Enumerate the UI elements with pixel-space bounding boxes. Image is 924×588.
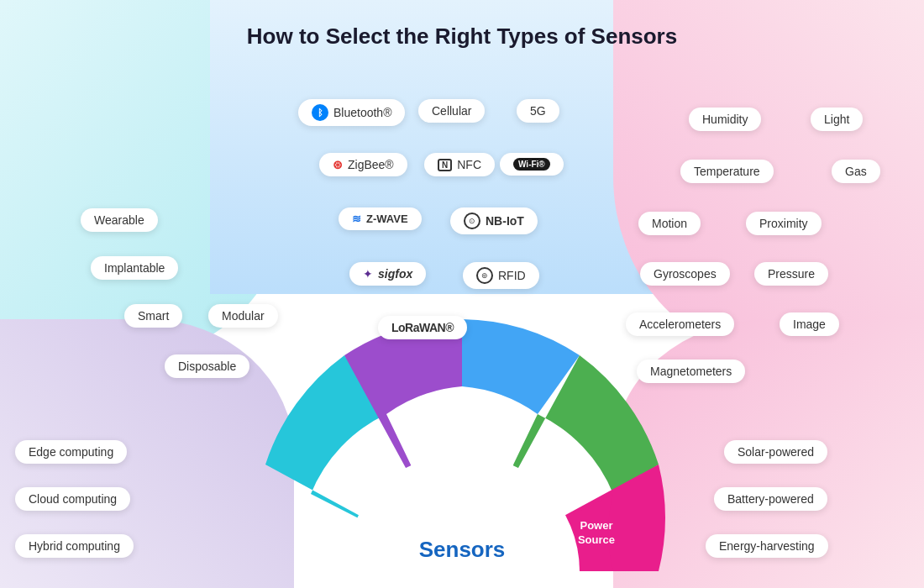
pill-cellular: Cellular	[418, 99, 485, 123]
pill-magnetometers: Magnetometers	[637, 360, 745, 383]
pill-battery: Battery-powered	[714, 487, 827, 511]
5g-label: 5G	[530, 104, 546, 118]
bluetooth-icon: ᛒ	[312, 104, 328, 121]
pill-disposable: Disposable	[165, 354, 249, 378]
solar-label: Solar-powered	[738, 445, 814, 459]
humidity-label: Humidity	[702, 113, 748, 126]
nbiot-icon: ⊙	[464, 213, 480, 229]
sensing-label: Sensing	[533, 469, 576, 481]
cellular-label: Cellular	[432, 104, 471, 118]
pill-light: Light	[811, 108, 863, 131]
wearable-label: Wearable	[94, 213, 144, 227]
power-label2: Source	[578, 533, 615, 546]
proximity-label: Proximity	[759, 217, 808, 230]
pill-image: Image	[780, 312, 839, 336]
pressure-label: Pressure	[768, 267, 815, 281]
pill-sigfox: ✦ sigfox	[349, 262, 426, 286]
sigfox-icon: ✦	[363, 267, 373, 281]
pill-temperature: Temperature	[680, 160, 774, 183]
pill-wifi: Wi-Fi®	[500, 153, 564, 176]
pill-implantable: Implantable	[91, 256, 178, 280]
image-label: Image	[793, 318, 826, 331]
pill-hybrid: Hybrid computing	[15, 534, 134, 558]
pill-zwave: ≋ Z-WAVE	[339, 207, 422, 230]
zwave-label: Z-WAVE	[366, 213, 408, 225]
lorawan-label: LoRaWAN®	[391, 321, 454, 334]
diagram-container: Wireless Technology Form Processing Tech…	[244, 302, 680, 588]
power-label: Power	[580, 519, 612, 532]
motion-label: Motion	[652, 217, 687, 230]
pill-proximity: Proximity	[746, 212, 822, 235]
pill-nfc: N NFC	[424, 153, 495, 176]
page-title: How to Select the Right Types of Sensors	[0, 24, 924, 50]
pill-bluetooth: ᛒ Bluetooth®	[298, 99, 405, 126]
pill-humidity: Humidity	[689, 108, 761, 131]
processing-label: Processing	[391, 469, 449, 481]
pill-accelerometers: Accelerometers	[626, 312, 734, 336]
pill-solar: Solar-powered	[724, 440, 827, 464]
rfid-icon: ⊚	[476, 267, 493, 284]
wireless-label: Wireless	[469, 456, 513, 469]
pill-modular: Modular	[208, 304, 278, 328]
implantable-label: Implantable	[104, 261, 165, 275]
processing-label2: Technology	[390, 483, 451, 496]
pill-rfid: ⊚ RFID	[463, 262, 539, 289]
wifi-icon: Wi-Fi®	[513, 158, 550, 171]
rfid-label: RFID	[498, 269, 526, 282]
edge-label: Edge computing	[29, 445, 113, 459]
light-label: Light	[824, 113, 849, 126]
gas-label: Gas	[845, 165, 867, 178]
nfc-label: NFC	[457, 158, 481, 171]
battery-label: Battery-powered	[727, 492, 814, 506]
magnetometers-label: Magnetometers	[650, 365, 732, 378]
pill-smart: Smart	[124, 304, 182, 328]
pill-cloud: Cloud computing	[15, 487, 130, 511]
modular-label: Modular	[222, 309, 265, 323]
pill-pressure: Pressure	[754, 262, 828, 286]
zwave-icon: ≋	[352, 213, 361, 225]
pill-5g: 5G	[517, 99, 559, 123]
pill-lorawan: LoRaWAN®	[378, 316, 467, 339]
pill-gas: Gas	[832, 160, 880, 183]
pill-zigbee: ⊛ ZigBee®	[319, 153, 407, 176]
zigbee-icon: ⊛	[333, 158, 343, 171]
hybrid-label: Hybrid computing	[29, 539, 120, 553]
zigbee-label: ZigBee®	[348, 158, 394, 171]
wireless-label2: Technology	[461, 470, 522, 483]
pill-edge: Edge computing	[15, 440, 127, 464]
temperature-label: Temperature	[694, 165, 760, 178]
nbiot-label: NB-IoT	[486, 214, 524, 228]
pill-motion: Motion	[638, 212, 701, 235]
smart-label: Smart	[138, 309, 169, 323]
disposable-label: Disposable	[178, 360, 236, 373]
gyroscopes-label: Gyroscopes	[654, 267, 717, 281]
sigfox-label: sigfox	[378, 267, 412, 281]
energy-label: Energy-harvesting	[719, 539, 815, 553]
sensing-label2: Technology	[524, 483, 585, 496]
pill-wearable: Wearable	[81, 208, 158, 232]
accelerometers-label: Accelerometers	[639, 318, 721, 331]
pill-energy: Energy-harvesting	[706, 534, 828, 558]
cloud-label: Cloud computing	[29, 492, 117, 506]
pill-gyroscopes: Gyroscopes	[640, 262, 730, 286]
center-sensors-label: Sensors	[419, 537, 506, 563]
bluetooth-label: Bluetooth®	[333, 106, 391, 119]
nfc-icon: N	[438, 159, 452, 171]
pill-nbiot: ⊙ NB-IoT	[450, 207, 538, 234]
